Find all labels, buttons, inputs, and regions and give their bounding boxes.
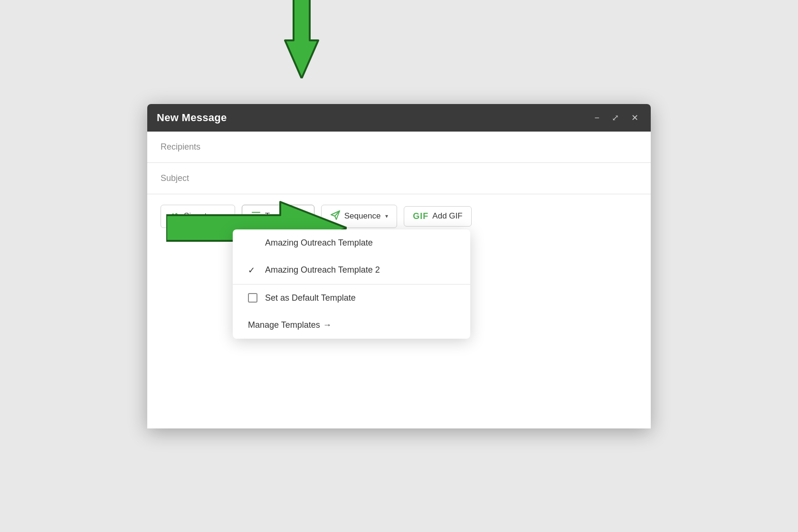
template-item-2[interactable]: ✓ Amazing Outreach Template 2 (233, 256, 470, 284)
titlebar-controls: − ⤢ ✕ (591, 113, 641, 123)
subject-label: Subject (161, 173, 189, 183)
maximize-button[interactable]: ⤢ (609, 113, 622, 123)
template-item-1[interactable]: Amazing Outreach Template (233, 229, 470, 256)
subject-row: Subject (147, 163, 651, 194)
manage-templates-row[interactable]: Manage Templates → (233, 312, 470, 339)
add-gif-label: Add GIF (432, 211, 462, 221)
sequence-chevron: ▾ (385, 213, 388, 219)
modal: New Message − ⤢ ✕ Recipients Subject (147, 104, 651, 428)
close-button[interactable]: ✕ (628, 113, 641, 123)
checkmark-2: ✓ (248, 265, 257, 276)
modal-body: Recipients Subject Signature (147, 132, 651, 428)
set-default-row[interactable]: Set as Default Template (233, 285, 470, 312)
recipients-row: Recipients (147, 132, 651, 163)
modal-title: New Message (157, 112, 227, 124)
down-arrow-annotation (280, 0, 323, 78)
default-checkbox[interactable] (248, 293, 257, 303)
manage-templates-label: Manage Templates (248, 320, 320, 330)
checkmark-1 (248, 238, 257, 248)
template-item-1-label: Amazing Outreach Template (265, 238, 373, 248)
recipients-label: Recipients (161, 142, 200, 152)
manage-templates-arrow: → (323, 320, 332, 330)
template-item-2-label: Amazing Outreach Template 2 (265, 265, 380, 275)
modal-wrapper: New Message − ⤢ ✕ Recipients Subject (138, 59, 660, 473)
add-gif-button[interactable]: GIF Add GIF (404, 206, 471, 227)
template-dropdown: Amazing Outreach Template ✓ Amazing Outr… (233, 229, 470, 339)
modal-titlebar: New Message − ⤢ ✕ (147, 104, 651, 132)
sequence-label: Sequence (344, 211, 381, 221)
gif-icon: GIF (413, 211, 428, 221)
svg-marker-0 (285, 0, 318, 78)
default-template-label: Set as Default Template (265, 293, 356, 303)
minimize-button[interactable]: − (591, 113, 602, 123)
